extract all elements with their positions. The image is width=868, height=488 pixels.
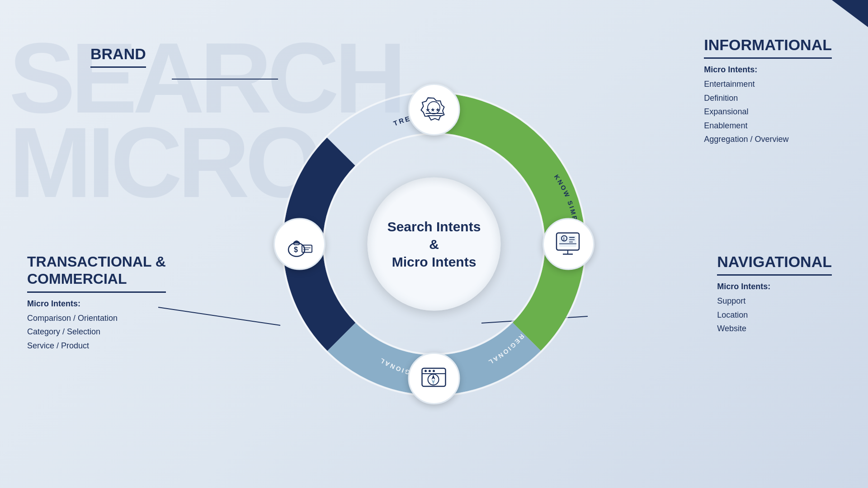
trans-item-3: Service / Product <box>27 339 166 353</box>
informational-icon: i <box>553 230 585 259</box>
brand-section: BRAND <box>90 45 146 68</box>
transactional-icon: $ <box>284 230 316 259</box>
transactional-icon-circle: $ <box>274 218 326 270</box>
informational-icon-circle: i <box>542 218 594 270</box>
nav-item-2: Location <box>717 308 832 322</box>
center-text: Search Intents & Micro Intents <box>387 218 481 271</box>
trans-item-2: Category / Selection <box>27 325 166 339</box>
brand-icon: ★ ★ ★ <box>418 96 450 123</box>
svg-point-34 <box>425 370 427 372</box>
info-item-4: Enablement <box>704 119 832 133</box>
info-item-2: Definition <box>704 91 832 105</box>
svg-text:★: ★ <box>430 107 435 113</box>
svg-point-35 <box>429 370 431 372</box>
navigational-section: NAVIGATIONAL Micro Intents: Support Loca… <box>717 253 832 336</box>
center-line1: Search Intents <box>387 218 481 235</box>
navigational-title: NAVIGATIONAL <box>717 253 832 276</box>
navigational-icon <box>418 364 450 393</box>
center-circle: Search Intents & Micro Intents <box>368 178 501 311</box>
nav-item-1: Support <box>717 294 832 308</box>
trans-item-1: Comparison / Orientation <box>27 311 166 325</box>
transactional-section: TRANSACTIONAL &COMMERCIAL Micro Intents:… <box>27 253 166 353</box>
transactional-title: TRANSACTIONAL &COMMERCIAL <box>27 253 166 293</box>
informational-items: Entertainment Definition Expansional Ena… <box>704 77 832 146</box>
center-line2: & <box>387 235 481 253</box>
info-item-1: Entertainment <box>704 77 832 91</box>
svg-text:★: ★ <box>425 107 430 113</box>
svg-text:★: ★ <box>435 107 440 113</box>
navigational-icon-circle <box>408 352 460 404</box>
transactional-items: Comparison / Orientation Category / Sele… <box>27 311 166 353</box>
navigational-micro-label: Micro Intents: <box>717 282 832 291</box>
center-line3: Micro Intents <box>387 253 481 271</box>
informational-title: INFORMATIONAL <box>704 36 832 59</box>
svg-point-36 <box>433 370 435 372</box>
brand-icon-circle: ★ ★ ★ <box>408 84 460 136</box>
svg-marker-39 <box>431 380 435 385</box>
diagram-container: TRENDING KNOW SIMPLE REGIONAL REGIONAL S… <box>280 90 588 398</box>
brand-title: BRAND <box>90 45 146 68</box>
transactional-micro-label: Micro Intents: <box>27 299 166 309</box>
svg-marker-38 <box>431 375 435 380</box>
info-item-5: Aggregation / Overview <box>704 132 832 146</box>
navigational-items: Support Location Website <box>717 294 832 336</box>
svg-text:$: $ <box>294 246 298 253</box>
info-item-3: Expansional <box>704 105 832 119</box>
informational-micro-label: Micro Intents: <box>704 65 832 75</box>
svg-text:i: i <box>563 236 565 241</box>
nav-item-3: Website <box>717 322 832 336</box>
informational-section: INFORMATIONAL Micro Intents: Entertainme… <box>704 36 832 146</box>
